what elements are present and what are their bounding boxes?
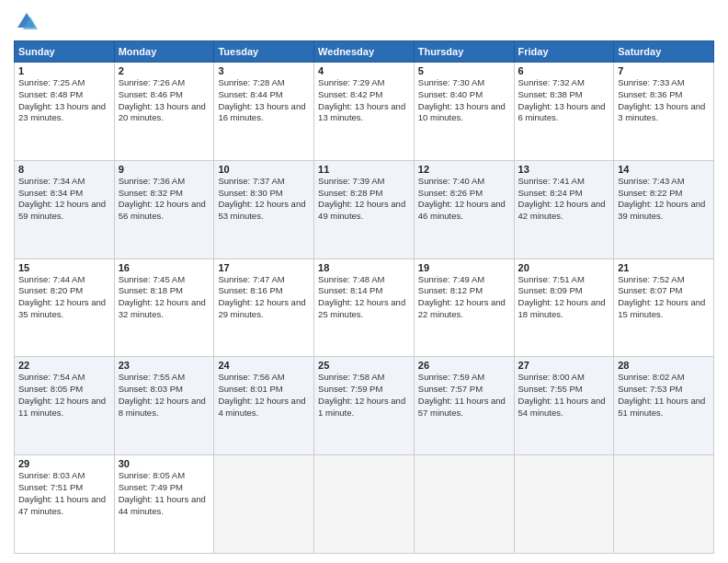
day-number: 24 (218, 360, 310, 371)
calendar-week-row: 1 Sunrise: 7:25 AMSunset: 8:48 PMDayligh… (15, 63, 714, 161)
day-info: Sunrise: 7:47 AMSunset: 8:16 PMDaylight:… (218, 274, 305, 319)
day-info: Sunrise: 7:37 AMSunset: 8:30 PMDaylight:… (218, 176, 305, 221)
calendar-table: SundayMondayTuesdayWednesdayThursdayFrid… (14, 40, 714, 554)
calendar-day-empty (514, 455, 614, 554)
day-info: Sunrise: 7:28 AMSunset: 8:44 PMDaylight:… (218, 77, 305, 122)
day-number: 25 (318, 360, 410, 371)
day-info: Sunrise: 7:56 AMSunset: 8:01 PMDaylight:… (218, 372, 305, 417)
calendar-day-1: 1 Sunrise: 7:25 AMSunset: 8:48 PMDayligh… (15, 63, 115, 161)
weekday-header-sunday: Sunday (15, 41, 115, 63)
calendar-day-19: 19 Sunrise: 7:49 AMSunset: 8:12 PMDaylig… (414, 259, 514, 357)
day-info: Sunrise: 7:51 AMSunset: 8:09 PMDaylight:… (518, 274, 606, 319)
day-info: Sunrise: 7:39 AMSunset: 8:28 PMDaylight:… (318, 176, 405, 221)
logo-icon (14, 9, 40, 35)
weekday-header-monday: Monday (114, 41, 214, 63)
calendar-day-14: 14 Sunrise: 7:43 AMSunset: 8:22 PMDaylig… (614, 160, 714, 259)
calendar-day-empty (214, 455, 314, 554)
day-info: Sunrise: 7:25 AMSunset: 8:48 PMDaylight:… (18, 77, 106, 122)
day-info: Sunrise: 7:40 AMSunset: 8:26 PMDaylight:… (418, 176, 506, 221)
day-info: Sunrise: 8:05 AMSunset: 7:49 PMDaylight:… (119, 470, 206, 515)
day-info: Sunrise: 7:59 AMSunset: 7:57 PMDaylight:… (418, 372, 506, 417)
day-number: 10 (218, 164, 310, 175)
weekday-header-saturday: Saturday (614, 41, 714, 63)
calendar-day-6: 6 Sunrise: 7:32 AMSunset: 8:38 PMDayligh… (514, 63, 614, 161)
calendar-day-empty (614, 455, 714, 554)
calendar-day-7: 7 Sunrise: 7:33 AMSunset: 8:36 PMDayligh… (614, 63, 714, 161)
day-number: 13 (518, 164, 610, 175)
day-number: 7 (618, 65, 710, 76)
day-info: Sunrise: 7:44 AMSunset: 8:20 PMDaylight:… (18, 274, 106, 319)
day-info: Sunrise: 7:55 AMSunset: 8:03 PMDaylight:… (119, 372, 206, 417)
weekday-header-row: SundayMondayTuesdayWednesdayThursdayFrid… (15, 41, 714, 63)
calendar-day-23: 23 Sunrise: 7:55 AMSunset: 8:03 PMDaylig… (114, 357, 214, 455)
day-number: 5 (418, 65, 510, 76)
day-number: 19 (418, 262, 510, 273)
day-number: 26 (418, 360, 510, 371)
day-number: 23 (119, 360, 210, 371)
day-number: 9 (119, 164, 210, 175)
day-number: 16 (119, 262, 210, 273)
day-number: 8 (18, 164, 110, 175)
day-info: Sunrise: 7:49 AMSunset: 8:12 PMDaylight:… (418, 274, 506, 319)
day-info: Sunrise: 7:52 AMSunset: 8:07 PMDaylight:… (618, 274, 705, 319)
calendar-day-8: 8 Sunrise: 7:34 AMSunset: 8:34 PMDayligh… (15, 160, 115, 259)
day-info: Sunrise: 7:58 AMSunset: 7:59 PMDaylight:… (318, 372, 405, 417)
day-info: Sunrise: 7:54 AMSunset: 8:05 PMDaylight:… (18, 372, 106, 417)
day-number: 20 (518, 262, 610, 273)
header (14, 9, 714, 35)
calendar-week-row: 15 Sunrise: 7:44 AMSunset: 8:20 PMDaylig… (15, 259, 714, 357)
logo (14, 9, 43, 35)
day-info: Sunrise: 7:34 AMSunset: 8:34 PMDaylight:… (18, 176, 106, 221)
calendar-day-24: 24 Sunrise: 7:56 AMSunset: 8:01 PMDaylig… (214, 357, 314, 455)
day-info: Sunrise: 7:43 AMSunset: 8:22 PMDaylight:… (618, 176, 705, 221)
day-number: 15 (18, 262, 110, 273)
calendar-day-empty (314, 455, 415, 554)
day-info: Sunrise: 8:03 AMSunset: 7:51 PMDaylight:… (18, 470, 106, 515)
calendar-day-3: 3 Sunrise: 7:28 AMSunset: 8:44 PMDayligh… (214, 63, 314, 161)
day-number: 12 (418, 164, 510, 175)
day-number: 1 (18, 65, 110, 76)
day-info: Sunrise: 8:02 AMSunset: 7:53 PMDaylight:… (618, 372, 705, 417)
day-info: Sunrise: 7:29 AMSunset: 8:42 PMDaylight:… (318, 77, 405, 122)
day-number: 14 (618, 164, 710, 175)
day-number: 27 (518, 360, 610, 371)
calendar-week-row: 8 Sunrise: 7:34 AMSunset: 8:34 PMDayligh… (15, 160, 714, 259)
calendar-day-28: 28 Sunrise: 8:02 AMSunset: 7:53 PMDaylig… (614, 357, 714, 455)
calendar-day-22: 22 Sunrise: 7:54 AMSunset: 8:05 PMDaylig… (15, 357, 115, 455)
day-number: 18 (318, 262, 410, 273)
weekday-header-tuesday: Tuesday (214, 41, 314, 63)
calendar-day-30: 30 Sunrise: 8:05 AMSunset: 7:49 PMDaylig… (114, 455, 214, 554)
page: SundayMondayTuesdayWednesdayThursdayFrid… (0, 0, 728, 563)
day-number: 11 (318, 164, 410, 175)
calendar-day-12: 12 Sunrise: 7:40 AMSunset: 8:26 PMDaylig… (414, 160, 514, 259)
calendar-day-25: 25 Sunrise: 7:58 AMSunset: 7:59 PMDaylig… (314, 357, 415, 455)
calendar-day-2: 2 Sunrise: 7:26 AMSunset: 8:46 PMDayligh… (114, 63, 214, 161)
day-number: 21 (618, 262, 710, 273)
calendar-day-4: 4 Sunrise: 7:29 AMSunset: 8:42 PMDayligh… (314, 63, 415, 161)
day-info: Sunrise: 7:30 AMSunset: 8:40 PMDaylight:… (418, 77, 506, 122)
calendar-day-10: 10 Sunrise: 7:37 AMSunset: 8:30 PMDaylig… (214, 160, 314, 259)
day-number: 28 (618, 360, 710, 371)
day-number: 17 (218, 262, 310, 273)
day-info: Sunrise: 7:48 AMSunset: 8:14 PMDaylight:… (318, 274, 405, 319)
day-info: Sunrise: 8:00 AMSunset: 7:55 PMDaylight:… (518, 372, 606, 417)
calendar-day-26: 26 Sunrise: 7:59 AMSunset: 7:57 PMDaylig… (414, 357, 514, 455)
day-number: 6 (518, 65, 610, 76)
weekday-header-thursday: Thursday (414, 41, 514, 63)
calendar-day-21: 21 Sunrise: 7:52 AMSunset: 8:07 PMDaylig… (614, 259, 714, 357)
calendar-day-empty (414, 455, 514, 554)
calendar-day-13: 13 Sunrise: 7:41 AMSunset: 8:24 PMDaylig… (514, 160, 614, 259)
calendar-day-5: 5 Sunrise: 7:30 AMSunset: 8:40 PMDayligh… (414, 63, 514, 161)
calendar-day-16: 16 Sunrise: 7:45 AMSunset: 8:18 PMDaylig… (114, 259, 214, 357)
calendar-day-20: 20 Sunrise: 7:51 AMSunset: 8:09 PMDaylig… (514, 259, 614, 357)
day-number: 22 (18, 360, 110, 371)
calendar-week-row: 22 Sunrise: 7:54 AMSunset: 8:05 PMDaylig… (15, 357, 714, 455)
calendar-day-9: 9 Sunrise: 7:36 AMSunset: 8:32 PMDayligh… (114, 160, 214, 259)
calendar-day-29: 29 Sunrise: 8:03 AMSunset: 7:51 PMDaylig… (15, 455, 115, 554)
weekday-header-friday: Friday (514, 41, 614, 63)
day-info: Sunrise: 7:45 AMSunset: 8:18 PMDaylight:… (119, 274, 206, 319)
day-number: 30 (119, 458, 210, 469)
calendar-day-11: 11 Sunrise: 7:39 AMSunset: 8:28 PMDaylig… (314, 160, 415, 259)
calendar-week-row: 29 Sunrise: 8:03 AMSunset: 7:51 PMDaylig… (15, 455, 714, 554)
calendar-day-18: 18 Sunrise: 7:48 AMSunset: 8:14 PMDaylig… (314, 259, 415, 357)
